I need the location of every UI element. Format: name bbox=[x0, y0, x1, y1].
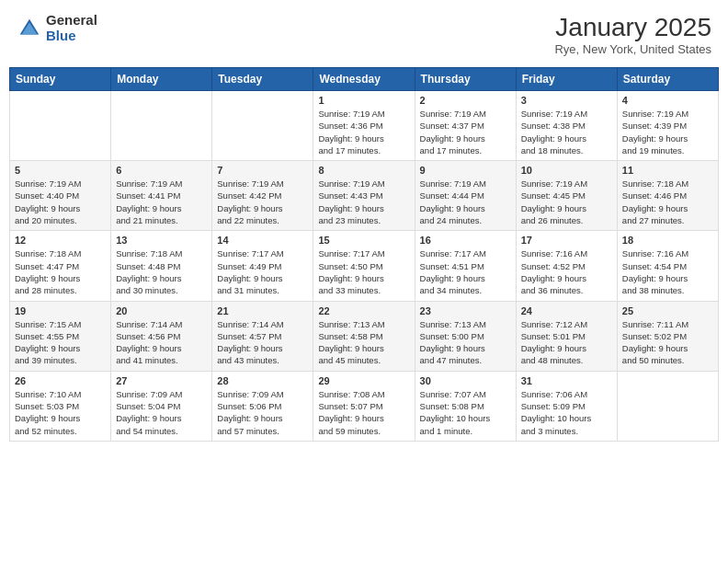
day-info: Sunrise: 7:19 AM Sunset: 4:43 PM Dayligh… bbox=[318, 178, 409, 226]
calendar-cell: 22Sunrise: 7:13 AM Sunset: 4:58 PM Dayli… bbox=[313, 301, 415, 371]
logo-general-text: General bbox=[46, 13, 97, 29]
day-number: 22 bbox=[318, 305, 409, 316]
day-info: Sunrise: 7:19 AM Sunset: 4:42 PM Dayligh… bbox=[217, 178, 308, 226]
day-number: 6 bbox=[116, 165, 207, 176]
week-row-3: 12Sunrise: 7:18 AM Sunset: 4:47 PM Dayli… bbox=[10, 231, 719, 301]
day-number: 23 bbox=[420, 305, 511, 316]
day-number: 31 bbox=[521, 375, 612, 386]
day-number: 7 bbox=[217, 165, 308, 176]
week-row-2: 5Sunrise: 7:19 AM Sunset: 4:40 PM Daylig… bbox=[10, 161, 719, 231]
logo-text: General Blue bbox=[46, 13, 97, 43]
day-number: 30 bbox=[420, 375, 511, 386]
day-info: Sunrise: 7:14 AM Sunset: 4:57 PM Dayligh… bbox=[217, 318, 308, 367]
calendar-cell: 12Sunrise: 7:18 AM Sunset: 4:47 PM Dayli… bbox=[10, 231, 111, 301]
calendar-cell: 16Sunrise: 7:17 AM Sunset: 4:51 PM Dayli… bbox=[415, 231, 516, 301]
calendar-cell: 18Sunrise: 7:16 AM Sunset: 4:54 PM Dayli… bbox=[617, 231, 718, 301]
calendar-cell: 30Sunrise: 7:07 AM Sunset: 5:08 PM Dayli… bbox=[415, 371, 516, 441]
day-info: Sunrise: 7:11 AM Sunset: 5:02 PM Dayligh… bbox=[622, 318, 713, 367]
calendar-cell bbox=[111, 91, 212, 161]
calendar-cell: 21Sunrise: 7:14 AM Sunset: 4:57 PM Dayli… bbox=[212, 301, 313, 371]
day-info: Sunrise: 7:18 AM Sunset: 4:46 PM Dayligh… bbox=[622, 178, 713, 226]
weekday-header-wednesday: Wednesday bbox=[313, 68, 415, 91]
weekday-header-friday: Friday bbox=[516, 68, 617, 91]
day-info: Sunrise: 7:19 AM Sunset: 4:44 PM Dayligh… bbox=[420, 178, 511, 226]
day-info: Sunrise: 7:09 AM Sunset: 5:04 PM Dayligh… bbox=[116, 388, 207, 437]
calendar-cell: 20Sunrise: 7:14 AM Sunset: 4:56 PM Dayli… bbox=[111, 301, 212, 371]
day-info: Sunrise: 7:15 AM Sunset: 4:55 PM Dayligh… bbox=[15, 318, 106, 367]
calendar-cell: 25Sunrise: 7:11 AM Sunset: 5:02 PM Dayli… bbox=[617, 301, 718, 371]
weekday-header-row: SundayMondayTuesdayWednesdayThursdayFrid… bbox=[10, 68, 719, 91]
month-title: January 2025 bbox=[554, 13, 711, 42]
calendar-cell: 9Sunrise: 7:19 AM Sunset: 4:44 PM Daylig… bbox=[415, 161, 516, 231]
week-row-5: 26Sunrise: 7:10 AM Sunset: 5:03 PM Dayli… bbox=[10, 371, 719, 441]
day-info: Sunrise: 7:19 AM Sunset: 4:40 PM Dayligh… bbox=[15, 178, 106, 226]
calendar-cell: 14Sunrise: 7:17 AM Sunset: 4:49 PM Dayli… bbox=[212, 231, 313, 301]
day-number: 28 bbox=[217, 375, 308, 386]
day-number: 18 bbox=[622, 235, 713, 246]
day-number: 21 bbox=[217, 305, 308, 316]
day-number: 14 bbox=[217, 235, 308, 246]
calendar-cell: 2Sunrise: 7:19 AM Sunset: 4:37 PM Daylig… bbox=[415, 91, 516, 161]
day-number: 9 bbox=[420, 165, 511, 176]
calendar-cell: 26Sunrise: 7:10 AM Sunset: 5:03 PM Dayli… bbox=[10, 371, 111, 441]
calendar-cell: 11Sunrise: 7:18 AM Sunset: 4:46 PM Dayli… bbox=[617, 161, 718, 231]
day-info: Sunrise: 7:19 AM Sunset: 4:41 PM Dayligh… bbox=[116, 178, 207, 226]
calendar-cell: 1Sunrise: 7:19 AM Sunset: 4:36 PM Daylig… bbox=[313, 91, 415, 161]
calendar-cell bbox=[212, 91, 313, 161]
day-info: Sunrise: 7:13 AM Sunset: 4:58 PM Dayligh… bbox=[318, 318, 409, 367]
day-number: 15 bbox=[318, 235, 409, 246]
day-info: Sunrise: 7:19 AM Sunset: 4:39 PM Dayligh… bbox=[622, 108, 713, 156]
day-info: Sunrise: 7:17 AM Sunset: 4:50 PM Dayligh… bbox=[318, 247, 409, 296]
calendar-cell: 6Sunrise: 7:19 AM Sunset: 4:41 PM Daylig… bbox=[111, 161, 212, 231]
weekday-header-monday: Monday bbox=[111, 68, 212, 91]
calendar-cell bbox=[617, 371, 718, 441]
calendar-cell: 7Sunrise: 7:19 AM Sunset: 4:42 PM Daylig… bbox=[212, 161, 313, 231]
location: Rye, New York, United States bbox=[554, 42, 711, 56]
calendar-cell: 28Sunrise: 7:09 AM Sunset: 5:06 PM Dayli… bbox=[212, 371, 313, 441]
day-info: Sunrise: 7:18 AM Sunset: 4:47 PM Dayligh… bbox=[15, 247, 106, 296]
weekday-header-thursday: Thursday bbox=[415, 68, 516, 91]
day-info: Sunrise: 7:07 AM Sunset: 5:08 PM Dayligh… bbox=[420, 388, 511, 437]
day-number: 24 bbox=[521, 305, 612, 316]
logo-blue-text: Blue bbox=[46, 29, 97, 44]
day-info: Sunrise: 7:18 AM Sunset: 4:48 PM Dayligh… bbox=[116, 247, 207, 296]
day-number: 11 bbox=[622, 165, 713, 176]
day-number: 5 bbox=[15, 165, 106, 176]
day-number: 19 bbox=[15, 305, 106, 316]
weekday-header-tuesday: Tuesday bbox=[212, 68, 313, 91]
day-info: Sunrise: 7:12 AM Sunset: 5:01 PM Dayligh… bbox=[521, 318, 612, 367]
day-number: 1 bbox=[318, 95, 409, 106]
page-header: General Blue January 2025 Rye, New York,… bbox=[9, 9, 719, 60]
day-info: Sunrise: 7:17 AM Sunset: 4:49 PM Dayligh… bbox=[217, 247, 308, 296]
day-info: Sunrise: 7:09 AM Sunset: 5:06 PM Dayligh… bbox=[217, 388, 308, 437]
day-number: 17 bbox=[521, 235, 612, 246]
calendar-cell: 24Sunrise: 7:12 AM Sunset: 5:01 PM Dayli… bbox=[516, 301, 617, 371]
logo: General Blue bbox=[17, 13, 97, 43]
calendar-cell: 31Sunrise: 7:06 AM Sunset: 5:09 PM Dayli… bbox=[516, 371, 617, 441]
day-number: 25 bbox=[622, 305, 713, 316]
day-info: Sunrise: 7:19 AM Sunset: 4:38 PM Dayligh… bbox=[521, 108, 612, 156]
day-number: 29 bbox=[318, 375, 409, 386]
calendar-cell: 23Sunrise: 7:13 AM Sunset: 5:00 PM Dayli… bbox=[415, 301, 516, 371]
day-number: 13 bbox=[116, 235, 207, 246]
calendar-cell: 4Sunrise: 7:19 AM Sunset: 4:39 PM Daylig… bbox=[617, 91, 718, 161]
calendar-cell: 17Sunrise: 7:16 AM Sunset: 4:52 PM Dayli… bbox=[516, 231, 617, 301]
day-info: Sunrise: 7:13 AM Sunset: 5:00 PM Dayligh… bbox=[420, 318, 511, 367]
calendar-cell bbox=[10, 91, 111, 161]
title-block: January 2025 Rye, New York, United State… bbox=[554, 13, 711, 56]
week-row-4: 19Sunrise: 7:15 AM Sunset: 4:55 PM Dayli… bbox=[10, 301, 719, 371]
day-number: 4 bbox=[622, 95, 713, 106]
calendar-cell: 5Sunrise: 7:19 AM Sunset: 4:40 PM Daylig… bbox=[10, 161, 111, 231]
calendar-cell: 27Sunrise: 7:09 AM Sunset: 5:04 PM Dayli… bbox=[111, 371, 212, 441]
day-info: Sunrise: 7:14 AM Sunset: 4:56 PM Dayligh… bbox=[116, 318, 207, 367]
day-number: 20 bbox=[116, 305, 207, 316]
weekday-header-saturday: Saturday bbox=[617, 68, 718, 91]
day-info: Sunrise: 7:19 AM Sunset: 4:37 PM Dayligh… bbox=[420, 108, 511, 156]
calendar-cell: 8Sunrise: 7:19 AM Sunset: 4:43 PM Daylig… bbox=[313, 161, 415, 231]
weekday-header-sunday: Sunday bbox=[10, 68, 111, 91]
calendar-cell: 19Sunrise: 7:15 AM Sunset: 4:55 PM Dayli… bbox=[10, 301, 111, 371]
calendar-cell: 10Sunrise: 7:19 AM Sunset: 4:45 PM Dayli… bbox=[516, 161, 617, 231]
day-info: Sunrise: 7:19 AM Sunset: 4:45 PM Dayligh… bbox=[521, 178, 612, 226]
logo-icon bbox=[17, 16, 42, 41]
calendar-cell: 3Sunrise: 7:19 AM Sunset: 4:38 PM Daylig… bbox=[516, 91, 617, 161]
